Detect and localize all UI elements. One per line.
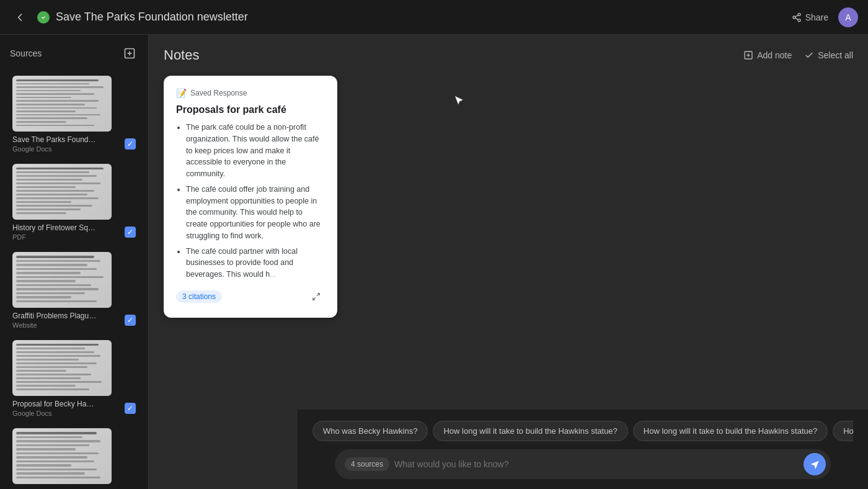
citations-badge[interactable]: 3 citations	[176, 290, 222, 303]
avatar[interactable]: A	[838, 7, 858, 27]
source-info: Proposal for Becky Hawkin... Google Docs	[12, 400, 125, 417]
source-type: Website	[12, 321, 125, 329]
source-item[interactable]: Public Monuments Ordinan... PDF ✓	[5, 423, 143, 489]
note-body-item: The café could partner with local busine…	[186, 246, 325, 280]
share-button[interactable]: Share	[792, 12, 828, 22]
chat-input[interactable]	[394, 459, 804, 469]
source-type: Google Docs	[12, 145, 125, 153]
source-name: History of Firetower Square	[12, 223, 99, 232]
source-checkbox[interactable]: ✓	[125, 227, 136, 238]
source-info: History of Firetower Square PDF	[12, 223, 125, 241]
source-checkbox[interactable]: ✓	[125, 315, 136, 326]
suggestion-chip[interactable]: How long will it take to build the Hawki…	[633, 421, 828, 441]
source-item[interactable]: Save The Parks Foundation... Google Docs…	[5, 71, 143, 158]
suggestion-chip[interactable]: How long will it take to build the Hawki…	[433, 421, 627, 441]
suggestion-text: How long will it take to build the Hawki…	[443, 426, 617, 436]
select-all-label: Select all	[818, 50, 853, 60]
back-button[interactable]	[10, 7, 30, 27]
sidebar-header: Sources	[0, 42, 148, 70]
note-body-item: The café could offer job training and em…	[186, 184, 325, 242]
add-note-label: Add note	[757, 50, 792, 60]
topbar: Save The Parks Foundation newsletter Sha…	[0, 0, 868, 35]
app-favicon	[37, 11, 50, 24]
note-body-item: The park café could be a non-profit orga…	[186, 122, 325, 180]
svg-point-2	[793, 16, 795, 19]
topbar-title: Save The Parks Foundation newsletter	[56, 11, 792, 24]
source-type: Google Docs	[12, 410, 125, 417]
sidebar-title: Sources	[10, 48, 42, 58]
note-title: Proposals for park café	[176, 104, 325, 115]
suggestion-text: How long will it take to build the Hawki…	[644, 426, 817, 436]
source-item-footer: Graffiti Problems Plague Fir... Website …	[12, 312, 136, 329]
note-card: 📝 Saved Response Proposals for park café…	[164, 76, 337, 318]
source-info: Graffiti Problems Plague Fir... Website	[12, 312, 125, 329]
main-layout: Sources	[0, 35, 868, 489]
send-button[interactable]	[804, 453, 826, 475]
suggestion-chip[interactable]: How did the d...	[833, 421, 853, 441]
source-name: Proposal for Becky Hawkin...	[12, 400, 99, 408]
source-item-footer: History of Firetower Square PDF ✓	[12, 223, 136, 241]
source-item-footer: Proposal for Becky Hawkin... Google Docs…	[12, 400, 136, 417]
content-area: Notes Add note Select all	[149, 35, 868, 489]
svg-point-1	[798, 13, 800, 16]
source-item[interactable]: Graffiti Problems Plague Fir... Website …	[5, 247, 143, 334]
source-checkbox[interactable]: ✓	[125, 403, 136, 414]
svg-line-4	[795, 18, 798, 20]
suggestion-text: Who was Becky Hawkins?	[323, 426, 417, 436]
expand-button[interactable]	[308, 288, 325, 305]
svg-line-12	[317, 294, 319, 296]
suggestions-row: Who was Becky Hawkins? How long will it …	[312, 419, 853, 442]
suggestion-text: How did the d...	[843, 426, 853, 436]
note-tag-icon: 📝	[176, 88, 187, 98]
note-tag: 📝 Saved Response	[176, 88, 325, 98]
sources-count: 4 sources	[351, 460, 383, 469]
source-name: Graffiti Problems Plague Fir...	[12, 312, 99, 320]
source-thumbnail	[12, 76, 112, 132]
svg-point-3	[798, 19, 800, 21]
source-checkbox[interactable]: ✓	[125, 138, 136, 150]
source-info: Save The Parks Foundation... Google Docs	[12, 135, 125, 153]
source-thumbnail	[12, 252, 112, 308]
select-all-button[interactable]: Select all	[804, 50, 853, 60]
source-thumbnail	[12, 164, 112, 220]
topbar-actions: Share A	[792, 7, 858, 27]
source-name: Save The Parks Foundation...	[12, 135, 99, 144]
source-type: PDF	[12, 233, 125, 241]
sidebar: Sources	[0, 35, 149, 489]
notes-header: Notes Add note Select all	[149, 35, 868, 71]
note-body: The park café could be a non-profit orga…	[176, 122, 325, 280]
chat-input-row: 4 sources	[335, 449, 831, 479]
add-source-button[interactable]	[121, 45, 138, 62]
add-note-button[interactable]: Add note	[743, 50, 792, 60]
svg-point-0	[40, 14, 47, 21]
source-item-footer: Save The Parks Foundation... Google Docs…	[12, 135, 136, 153]
notes-actions: Add note Select all	[743, 50, 853, 60]
source-item[interactable]: History of Firetower Square PDF ✓	[5, 159, 143, 246]
avatar-initial: A	[845, 12, 851, 22]
source-item[interactable]: Proposal for Becky Hawkin... Google Docs…	[5, 335, 143, 422]
source-thumbnail	[12, 340, 112, 396]
notes-title: Notes	[164, 47, 199, 63]
source-thumbnail	[12, 428, 112, 484]
bottom-bar: Who was Becky Hawkins? How long will it …	[298, 410, 868, 489]
svg-line-13	[313, 297, 316, 300]
svg-line-5	[795, 15, 798, 17]
share-label: Share	[805, 12, 828, 22]
note-tag-label: Saved Response	[190, 89, 247, 97]
note-footer: 3 citations	[176, 288, 325, 305]
suggestion-chip[interactable]: Who was Becky Hawkins?	[312, 421, 428, 441]
sources-badge[interactable]: 4 sources	[345, 457, 389, 471]
